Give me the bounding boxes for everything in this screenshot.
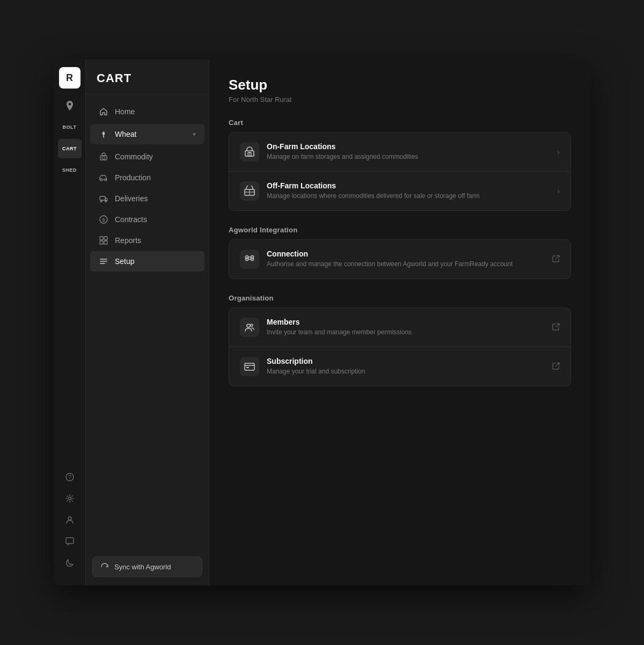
svg-text:?: ? [68,474,71,480]
svg-point-31 [251,324,253,326]
app-logo[interactable]: R [59,67,80,89]
main-content: Setup For North Star Rural Cart On-Farm … [209,60,590,585]
chat-icon[interactable] [58,532,82,551]
sidebar-item-setup[interactable]: Setup [90,251,204,272]
sidebar-item-wheat[interactable]: Wheat ▾ [90,124,204,144]
svg-point-2 [68,497,71,500]
sidebar-item-deliveries[interactable]: Deliveries [90,188,204,209]
section-label-agworld: Agworld Integration [229,226,571,234]
off-farm-text: Off-Farm Locations Manage locations wher… [267,181,550,201]
contracts-icon: $ [99,215,108,224]
off-farm-locations-item[interactable]: Off-Farm Locations Manage locations wher… [229,172,570,210]
sidebar-item-setup-label: Setup [115,257,135,266]
sidebar-item-wheat-label: Wheat [115,130,136,138]
rail-bolt-button[interactable]: BOLT [58,118,82,137]
members-desc: Invite your team and manage member permi… [267,328,545,337]
rail-location-icon[interactable] [58,96,82,115]
svg-rect-33 [246,367,249,368]
svg-rect-17 [104,241,107,244]
svg-point-3 [68,517,71,520]
off-farm-desc: Manage locations where commodities deliv… [267,192,550,201]
on-farm-desc: Manage on farm storages and assigned com… [267,152,550,162]
wheat-chevron-icon: ▾ [193,130,196,138]
connection-desc: Authorise and manage the connection betw… [267,260,545,269]
sidebar-nav: Home Wheat ▾ [86,94,209,552]
on-farm-chevron-icon: › [557,148,560,156]
subscription-text: Subscription Manage your trial and subsc… [267,357,545,376]
sync-button-label: Sync with Agworld [114,563,171,571]
home-icon [99,107,108,116]
icon-rail: R BOLT CART SHED ? [54,60,86,585]
sidebar: CART Home [86,60,209,585]
help-icon[interactable]: ? [58,467,82,487]
on-farm-title: On-Farm Locations [267,142,550,151]
sidebar-item-contracts-label: Contracts [115,215,147,224]
page-subtitle: For North Star Rural [229,96,571,104]
rail-bottom-icons: ? [58,467,82,578]
sidebar-item-production[interactable]: Production [90,167,204,188]
rail-shed-button[interactable]: SHED [58,160,82,180]
subscription-item[interactable]: Subscription Manage your trial and subsc… [229,347,570,386]
members-title: Members [267,318,545,326]
deliveries-icon [99,194,108,203]
svg-point-27 [246,256,248,259]
off-farm-title: Off-Farm Locations [267,181,550,190]
sidebar-item-contracts[interactable]: $ Contracts [90,209,204,230]
svg-rect-6 [102,157,105,159]
members-external-icon [552,323,560,332]
svg-rect-4 [66,538,74,544]
page-title: Setup [229,77,571,93]
sidebar-title: CART [86,60,209,94]
connection-title: Connection [267,250,545,258]
on-farm-locations-item[interactable]: On-Farm Locations Manage on farm storage… [229,133,570,172]
sidebar-item-commodity-label: Commodity [115,152,153,161]
sidebar-item-deliveries-label: Deliveries [115,194,148,203]
wheat-icon [99,129,108,139]
sidebar-item-home[interactable]: Home [90,101,204,122]
svg-rect-16 [100,241,103,244]
connection-external-icon [552,255,560,264]
off-farm-icon [240,181,259,201]
setup-icon [99,256,108,266]
svg-point-30 [247,324,250,327]
reports-icon [99,236,108,245]
connection-text: Connection Authorise and manage the conn… [267,250,545,269]
svg-point-28 [251,256,254,259]
organisation-card-group: Members Invite your team and manage memb… [229,307,571,386]
on-farm-icon [240,142,259,162]
svg-rect-14 [100,237,103,240]
dark-mode-icon[interactable] [58,553,82,573]
production-icon [99,173,108,182]
svg-rect-32 [245,363,254,370]
svg-rect-9 [100,196,105,200]
cart-card-group: On-Farm Locations Manage on farm storage… [229,132,571,211]
sidebar-item-production-label: Production [115,173,151,182]
app-wrapper: R BOLT CART SHED ? [54,60,590,585]
connection-icon [240,250,259,269]
settings-icon[interactable] [58,489,82,508]
svg-point-11 [105,201,107,202]
agworld-card-group: Connection Authorise and manage the conn… [229,239,571,279]
subscription-desc: Manage your trial and subscription [267,367,545,376]
sidebar-item-reports[interactable]: Reports [90,230,204,251]
section-label-cart: Cart [229,119,571,127]
subscription-title: Subscription [267,357,545,365]
sync-agworld-button[interactable]: Sync with Agworld [92,556,202,577]
section-label-organisation: Organisation [229,294,571,302]
off-farm-chevron-icon: › [557,187,560,195]
svg-rect-15 [104,237,107,240]
sidebar-item-reports-label: Reports [115,236,141,245]
svg-point-18 [106,263,107,264]
members-icon [240,318,259,337]
members-item[interactable]: Members Invite your team and manage memb… [229,308,570,347]
sidebar-item-commodity[interactable]: Commodity [90,146,204,167]
connection-item[interactable]: Connection Authorise and manage the conn… [229,240,570,278]
subscription-external-icon [552,362,560,371]
sidebar-item-home-label: Home [115,107,135,116]
members-text: Members Invite your team and manage memb… [267,318,545,337]
svg-point-7 [100,179,103,181]
on-farm-text: On-Farm Locations Manage on farm storage… [267,142,550,162]
rail-cart-button[interactable]: CART [58,139,82,158]
user-icon[interactable] [58,510,82,530]
svg-text:$: $ [102,217,105,223]
